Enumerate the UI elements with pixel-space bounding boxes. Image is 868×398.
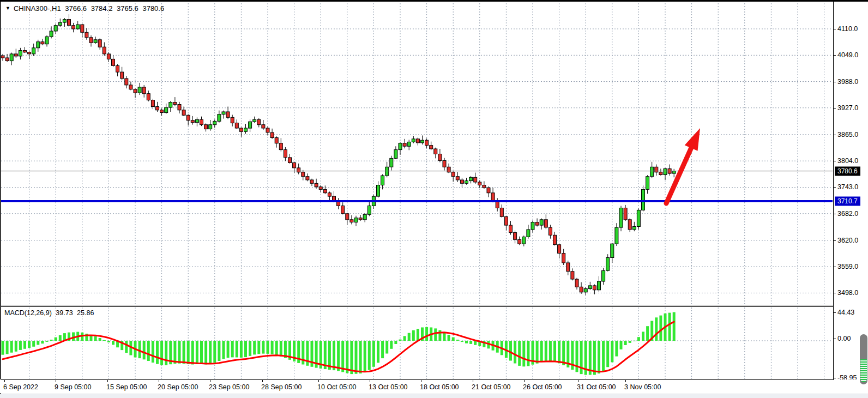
time-tick-label: 13 Oct 05:00 xyxy=(369,383,408,391)
time-tick-label: 10 Oct 05:00 xyxy=(317,383,357,391)
time-tick-mark xyxy=(370,380,370,382)
time-tick-label: 9 Sep 05:00 xyxy=(55,383,91,391)
price-tick-mark xyxy=(834,82,836,82)
time-tick-mark xyxy=(159,380,159,382)
time-tick-label: 6 Sep 2022 xyxy=(3,383,38,391)
time-tick-mark xyxy=(524,380,525,382)
time-tick-label: 3 Nov 05:00 xyxy=(624,383,661,391)
time-tick-label: 31 Oct 05:00 xyxy=(577,383,616,391)
price-tick-label: 4110.0 xyxy=(837,25,858,33)
macd-name: MACD(12,26,9) xyxy=(4,309,52,317)
time-tick-label: 28 Sep 05:00 xyxy=(261,383,302,391)
price-axis: 4110.04049.03988.03927.03865.03804.03743… xyxy=(834,2,868,379)
time-tick-mark xyxy=(473,380,473,382)
macd-tick-label: 0.00 xyxy=(837,335,851,342)
current-price-badge: 3780.6 xyxy=(835,166,860,176)
price-tick-mark xyxy=(834,161,836,161)
scrollbar-thumb[interactable] xyxy=(860,334,867,384)
ohlc-high: 3784.2 xyxy=(91,4,113,13)
time-tick-label: 23 Sep 05:00 xyxy=(209,383,249,391)
panel-separator xyxy=(1,306,833,307)
price-tick-mark xyxy=(834,214,836,214)
symbol-label: CHINA300-,H1 xyxy=(14,4,61,13)
macd-tick-mark xyxy=(834,378,836,378)
price-tick-mark xyxy=(834,108,836,108)
price-tick-label: 3620.0 xyxy=(837,237,858,244)
macd-indicator-label: MACD(12,26,9) 39.73 25.86 xyxy=(4,309,96,317)
price-tick-label: 3865.0 xyxy=(837,131,858,138)
time-tick-label: 21 Oct 05:00 xyxy=(472,383,511,391)
price-tick-label: 3498.0 xyxy=(837,289,858,297)
macd-value-main: 39.73 xyxy=(56,309,73,317)
macd-tick-mark xyxy=(834,312,836,313)
main-chart-border xyxy=(1,2,833,305)
support-price-badge: 3710.7 xyxy=(835,197,860,206)
time-tick-mark xyxy=(56,380,56,382)
price-tick-label: 3804.0 xyxy=(837,157,858,165)
time-tick-label: 20 Sep 05:00 xyxy=(158,383,198,391)
time-axis-line xyxy=(1,379,834,380)
time-tick-mark xyxy=(318,380,319,382)
time-tick-mark xyxy=(578,380,578,382)
macd-tick-mark xyxy=(834,339,836,339)
macd-tick-label: 44.43 xyxy=(837,309,854,316)
time-tick-label: 26 Oct 05:00 xyxy=(523,383,562,391)
footer-bar xyxy=(0,394,868,398)
time-tick-label: 18 Oct 05:00 xyxy=(420,383,459,391)
time-tick-mark xyxy=(421,380,421,382)
price-tick-label: 4049.0 xyxy=(837,51,858,59)
macd-plot xyxy=(0,307,833,379)
price-tick-mark xyxy=(834,187,836,188)
price-tick-label: 3559.0 xyxy=(837,263,858,270)
time-axis: 6 Sep 20229 Sep 05:0015 Sep 05:0020 Sep … xyxy=(0,379,868,393)
price-tick-mark xyxy=(834,267,836,267)
chevron-down-icon[interactable]: ▼ xyxy=(5,5,10,11)
time-tick-label: 15 Sep 05:00 xyxy=(106,383,147,391)
price-tick-mark xyxy=(834,240,836,241)
chart-title: ▼CHINA300-,H1 3766.6 3784.2 3765.6 3780.… xyxy=(5,4,166,13)
price-tick-mark xyxy=(834,29,836,29)
price-tick-label: 3682.0 xyxy=(837,210,858,218)
scrollbar-stripes-icon xyxy=(860,359,867,382)
ohlc-open: 3766.6 xyxy=(65,4,87,13)
price-tick-mark xyxy=(834,55,836,56)
time-tick-mark xyxy=(625,380,626,382)
price-tick-mark xyxy=(834,135,836,135)
ohlc-close: 3780.6 xyxy=(142,4,164,13)
price-tick-label: 3927.0 xyxy=(837,104,858,112)
time-tick-mark xyxy=(262,380,263,382)
chart-window: ▼CHINA300-,H1 3766.6 3784.2 3765.6 3780.… xyxy=(0,0,868,398)
ohlc-low: 3765.6 xyxy=(117,4,138,13)
price-tick-mark xyxy=(834,293,836,293)
time-tick-mark xyxy=(4,380,5,382)
price-tick-label: 3743.0 xyxy=(837,183,858,191)
macd-value-signal: 25.86 xyxy=(77,309,94,317)
price-tick-label: 3988.0 xyxy=(837,78,858,86)
time-tick-mark xyxy=(107,380,108,382)
time-tick-mark xyxy=(210,380,210,382)
